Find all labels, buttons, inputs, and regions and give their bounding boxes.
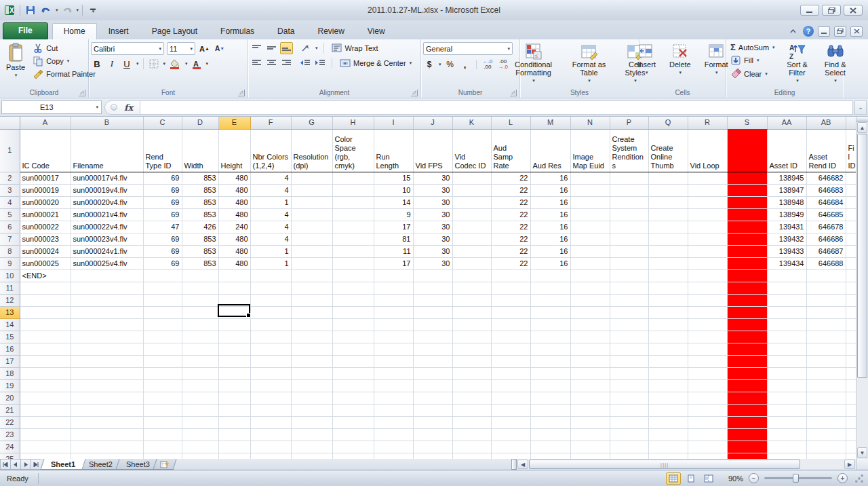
cell-AA16[interactable] — [767, 343, 806, 355]
cell-N10[interactable] — [570, 269, 610, 282]
field-header[interactable]: Asset ID — [767, 129, 806, 172]
cell-F7[interactable]: 4 — [250, 233, 291, 245]
cell-L6[interactable]: 22 — [491, 221, 530, 233]
cell-D19[interactable] — [182, 379, 218, 392]
cell-S9[interactable] — [727, 257, 767, 269]
field-header[interactable]: Create Online Thumb — [648, 129, 688, 172]
cell-E10[interactable] — [218, 269, 250, 282]
cell-C13[interactable] — [143, 306, 182, 318]
cell-A9[interactable]: sun000025 — [20, 257, 71, 269]
font-size-combo[interactable]: 11▾ — [167, 42, 195, 55]
cell-A13[interactable] — [20, 306, 71, 318]
cell-Q11[interactable] — [648, 282, 688, 294]
cell-S22[interactable] — [727, 416, 767, 428]
cell-B16[interactable] — [71, 343, 143, 355]
fill-button[interactable]: Fill ▾ — [728, 54, 777, 67]
cell-A19[interactable] — [20, 379, 71, 392]
clipboard-dialog-launcher[interactable]: ◿ — [79, 90, 85, 96]
select-all-corner[interactable] — [0, 117, 20, 129]
cell-AB20[interactable] — [806, 392, 846, 404]
cell-C14[interactable] — [143, 318, 182, 331]
cell-N15[interactable] — [570, 331, 610, 343]
cell-J3[interactable]: 30 — [413, 184, 452, 196]
cell-ac2[interactable] — [846, 172, 856, 184]
redo-icon[interactable] — [60, 3, 74, 17]
column-header-I[interactable]: I — [374, 117, 413, 129]
cell-ac17[interactable] — [846, 355, 856, 367]
cell-Q22[interactable] — [648, 416, 688, 428]
cell-K13[interactable] — [452, 306, 491, 318]
cell-P6[interactable] — [610, 221, 648, 233]
underline-dropdown[interactable]: ▾ — [136, 61, 139, 67]
increase-indent-icon[interactable] — [314, 57, 326, 69]
cell-AB17[interactable] — [806, 355, 846, 367]
row-header-13[interactable]: 13 — [0, 306, 20, 318]
row-header-5[interactable]: 5 — [0, 208, 20, 221]
column-header-AA[interactable]: AA — [767, 117, 806, 129]
cell-D2[interactable]: 853 — [182, 172, 218, 184]
cell-F4[interactable]: 1 — [250, 196, 291, 208]
cell-A4[interactable]: sun000020 — [20, 196, 71, 208]
cell-E25[interactable] — [218, 453, 250, 459]
column-header-F[interactable]: F — [250, 117, 291, 129]
cell-F22[interactable] — [250, 416, 291, 428]
row-header-20[interactable]: 20 — [0, 392, 20, 404]
cell-P4[interactable] — [610, 196, 648, 208]
cell-A10[interactable]: <END> — [20, 269, 71, 282]
cell-C16[interactable] — [143, 343, 182, 355]
expand-formula-bar-icon[interactable]: ⌄ — [854, 100, 867, 115]
cell-F25[interactable] — [250, 453, 291, 459]
cell-B9[interactable]: sun000025v4.flv — [71, 257, 143, 269]
fill-dropdown[interactable]: ▾ — [757, 58, 760, 63]
vertical-scroll-thumb[interactable] — [857, 134, 867, 378]
cell-AA12[interactable] — [767, 294, 806, 306]
cell-AB19[interactable] — [806, 379, 846, 392]
cell-R6[interactable] — [688, 221, 727, 233]
cell-AA10[interactable] — [767, 269, 806, 282]
cell-C9[interactable]: 69 — [143, 257, 182, 269]
accounting-dropdown[interactable]: ▾ — [439, 62, 441, 67]
cell-C7[interactable]: 69 — [143, 233, 182, 245]
cell-P7[interactable] — [610, 233, 648, 245]
cell-K8[interactable] — [452, 245, 491, 257]
cell-B13[interactable] — [71, 306, 143, 318]
cell-AB25[interactable] — [806, 453, 846, 459]
cell-A2[interactable]: sun000017 — [20, 172, 71, 184]
cell-AA19[interactable] — [767, 379, 806, 392]
cell-S23[interactable] — [727, 428, 767, 441]
previous-sheet-icon[interactable] — [10, 459, 20, 470]
cell-C24[interactable] — [143, 441, 182, 453]
column-header-P[interactable]: P — [610, 117, 648, 129]
horizontal-split-handle[interactable] — [511, 459, 517, 470]
format-painter-button[interactable]: Format Painter — [31, 68, 98, 80]
cell-K10[interactable] — [452, 269, 491, 282]
cell-K20[interactable] — [452, 392, 491, 404]
cell-S8[interactable] — [727, 245, 767, 257]
borders-icon[interactable] — [148, 58, 160, 70]
cell-H2[interactable] — [332, 172, 374, 184]
cell-D15[interactable] — [182, 331, 218, 343]
cell-B2[interactable]: sun000017v4.flv — [71, 172, 143, 184]
zoom-out-icon[interactable]: − — [749, 473, 759, 483]
cell-AA11[interactable] — [767, 282, 806, 294]
merge-center-button[interactable]: a Merge & Center ▾ — [338, 57, 414, 69]
cell-B15[interactable] — [71, 331, 143, 343]
cell-L18[interactable] — [491, 367, 530, 379]
cell-AB4[interactable]: 646684 — [806, 196, 846, 208]
cell-H5[interactable] — [332, 208, 374, 221]
horizontal-scroll-track[interactable] — [800, 459, 844, 470]
field-header[interactable]: Vid Loop — [688, 129, 727, 172]
cell-R12[interactable] — [688, 294, 727, 306]
cell-ac20[interactable] — [846, 392, 856, 404]
cell-Q13[interactable] — [648, 306, 688, 318]
cell-I7[interactable]: 81 — [374, 233, 413, 245]
cell-M9[interactable]: 16 — [530, 257, 570, 269]
cell-A11[interactable] — [20, 282, 71, 294]
cell-D20[interactable] — [182, 392, 218, 404]
cell-AB16[interactable] — [806, 343, 846, 355]
cell-AA22[interactable] — [767, 416, 806, 428]
cell-A7[interactable]: sun000023 — [20, 233, 71, 245]
cell-P2[interactable] — [610, 172, 648, 184]
cell-M4[interactable]: 16 — [530, 196, 570, 208]
wrap-text-button[interactable]: Wrap Text — [330, 42, 380, 54]
